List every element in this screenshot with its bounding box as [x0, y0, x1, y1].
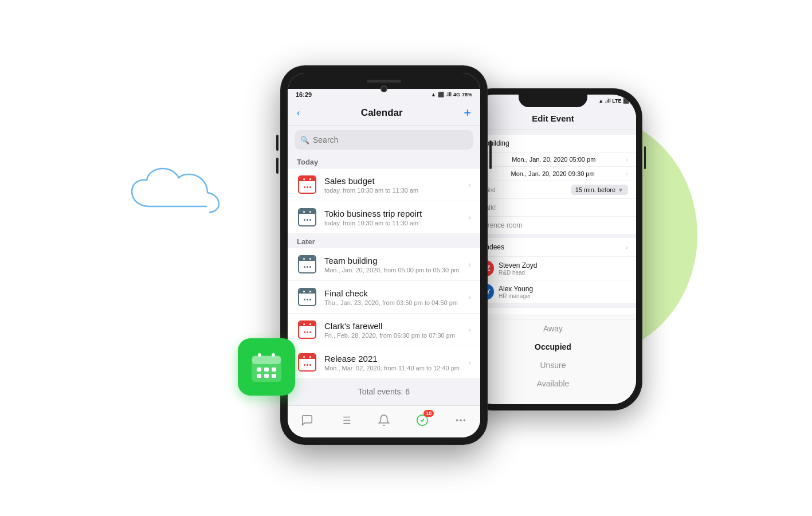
end-chevron: › — [626, 170, 628, 177]
edit-event-form: m building rt Mon., Jan. 20, 2020 05:00 … — [470, 135, 636, 234]
remind-selector[interactable]: 15 min. before ▼ — [571, 185, 628, 195]
calendar-people-icon-3 — [298, 288, 316, 306]
calendar-icon-5 — [298, 320, 316, 339]
event-item-team-building[interactable]: Team building Mon., Jan. 20, 2020, from … — [288, 248, 480, 281]
camera — [380, 85, 387, 92]
svg-point-2 — [258, 353, 261, 357]
event-time-4: Thu., Jan. 23, 2020, from 03:50 pm to 04… — [324, 299, 468, 306]
event-title-2: Tokio business trip repoirt — [324, 209, 468, 218]
chevron-icon-6: › — [468, 358, 471, 367]
sec-app-title: Edit Event — [532, 114, 574, 123]
event-item-clarks-farewell[interactable]: Clark's farewell Fri., Feb. 28, 2020, fr… — [288, 314, 480, 346]
event-icon-6 — [297, 352, 317, 373]
tab-tasks[interactable]: 10 — [411, 409, 434, 432]
speaker — [367, 80, 401, 83]
calendar-people-icon — [298, 208, 316, 226]
volume-down-btn — [276, 158, 278, 174]
chevron-icon-1: › — [468, 180, 471, 189]
attendee-name-steven: Steven Zoyd — [499, 261, 537, 269]
status-option-occupied[interactable]: Occupied — [470, 338, 636, 356]
attendee-role-alex: HR manager — [499, 293, 533, 299]
phone-main: 16:29 ▲ ⬛ .ill 4G 78% ‹ Calendar + — [281, 66, 487, 444]
tasks-badge: 10 — [423, 410, 434, 417]
form-row-remind[interactable]: remind 15 min. before ▼ — [470, 181, 636, 199]
event-info-3: Team building Mon., Jan. 20, 2020, from … — [324, 256, 468, 273]
remind-value: 15 min. before — [575, 186, 615, 193]
note-value: s talk! — [478, 204, 628, 212]
event-title-6: Release 2021 — [324, 354, 468, 363]
event-title-3: Team building — [324, 256, 468, 265]
form-row-note: s talk! — [470, 199, 636, 217]
event-info-5: Clark's farewell Fri., Feb. 28, 2020, fr… — [324, 321, 468, 339]
event-info-4: Final check Thu., Jan. 23, 2020, from 03… — [324, 288, 468, 306]
event-time-2: today, from 10:30 am to 11:30 am — [324, 220, 468, 226]
svg-point-17 — [456, 419, 458, 421]
svg-rect-7 — [257, 374, 261, 378]
search-input[interactable] — [313, 135, 468, 144]
phone-secondary: 9:22 ▲ .ill LTE ⬛ Edit Event m building … — [464, 89, 642, 410]
start-value: Mon., Jan. 20, 2020 05:00 pm — [512, 156, 595, 163]
app-header: ‹ Calendar + — [288, 100, 480, 126]
app-title: Calendar — [361, 107, 403, 119]
search-bar-container: 🔍 — [288, 126, 480, 154]
search-bar[interactable]: 🔍 — [295, 130, 473, 150]
tab-messages[interactable] — [296, 409, 319, 432]
attendees-header[interactable]: ttendees › — [470, 238, 636, 257]
svg-rect-9 — [272, 374, 276, 378]
status-option-away[interactable]: Away — [470, 319, 636, 338]
status-option-available[interactable]: Available — [470, 374, 636, 393]
attendee-item-steven[interactable]: SZ Steven Zoyd R&D head — [470, 257, 636, 280]
calendar-icon-6 — [298, 353, 316, 372]
svg-point-18 — [460, 419, 462, 421]
end-value: Mon., Jan. 20, 2020 09:30 pm — [511, 170, 594, 177]
form-row-start[interactable]: rt Mon., Jan. 20, 2020 05:00 pm › — [470, 153, 636, 167]
event-item-sales-budget[interactable]: Sales budget today, from 10:30 am to 11:… — [288, 169, 480, 201]
svg-rect-8 — [264, 374, 269, 378]
svg-rect-4 — [257, 368, 261, 372]
app-screen: ‹ Calendar + 🔍 Today — [288, 100, 480, 437]
svg-rect-5 — [264, 368, 269, 372]
attendee-info-steven: Steven Zoyd R&D head — [499, 261, 537, 276]
search-icon: 🔍 — [300, 136, 309, 144]
power-btn-2 — [644, 146, 646, 169]
event-icon-5 — [297, 319, 317, 340]
tab-notifications[interactable] — [372, 409, 395, 432]
tab-list[interactable] — [334, 409, 357, 432]
tab-more[interactable] — [449, 409, 472, 432]
calendar-badge-icon — [238, 338, 295, 396]
status-option-unsure[interactable]: Unsure — [470, 356, 636, 374]
form-row-end[interactable]: f Mon., Jan. 20, 2020 09:30 pm › — [470, 167, 636, 181]
attendee-item-alex[interactable]: AY Alex Young HR manager — [470, 280, 636, 304]
sec-app-screen: Edit Event m building rt Mon., Jan. 20, … — [470, 107, 636, 404]
svg-rect-6 — [272, 368, 276, 372]
chevron-icon-3: › — [468, 260, 471, 269]
add-event-button[interactable]: + — [464, 105, 471, 120]
cloud-decoration — [126, 166, 223, 224]
svg-point-19 — [464, 419, 466, 421]
event-item-tokio[interactable]: Tokio business trip repoirt today, from … — [288, 201, 480, 234]
event-time-6: Mon., Mar. 02, 2020, from 11:40 am to 12… — [324, 365, 468, 372]
event-time-1: today, from 10:30 am to 11:30 am — [324, 187, 468, 194]
event-time-5: Fri., Feb. 28, 2020, from 06:30 pm to 07… — [324, 332, 468, 339]
event-icon-4 — [297, 287, 317, 307]
attendee-role-steven: R&D head — [499, 269, 537, 276]
status-icons: ▲ ⬛ .ill 4G 78% — [431, 92, 472, 97]
calendar-icon — [298, 175, 316, 194]
chevron-icon-2: › — [468, 213, 471, 222]
event-info-2: Tokio business trip repoirt today, from … — [324, 209, 468, 226]
form-row-location-field: eference room — [470, 217, 636, 234]
section-today-header: Today — [288, 154, 480, 169]
attendees-chevron-icon: › — [625, 243, 628, 252]
sec-icons: ▲ .ill LTE ⬛ — [598, 98, 629, 104]
location-field-value: eference room — [478, 221, 628, 229]
event-icon-1 — [297, 174, 317, 195]
event-item-final-check[interactable]: Final check Thu., Jan. 23, 2020, from 03… — [288, 281, 480, 314]
back-button[interactable]: ‹ — [297, 108, 300, 118]
event-icon-2 — [297, 207, 317, 228]
event-item-release-2021[interactable]: Release 2021 Mon., Mar. 02, 2020, from 1… — [288, 346, 480, 379]
sec-app-header: Edit Event — [470, 107, 636, 130]
event-info-1: Sales budget today, from 10:30 am to 11:… — [324, 176, 468, 194]
power-btn — [489, 140, 492, 169]
section-later-header: Later — [288, 234, 480, 248]
tab-bar: 10 — [288, 405, 480, 437]
